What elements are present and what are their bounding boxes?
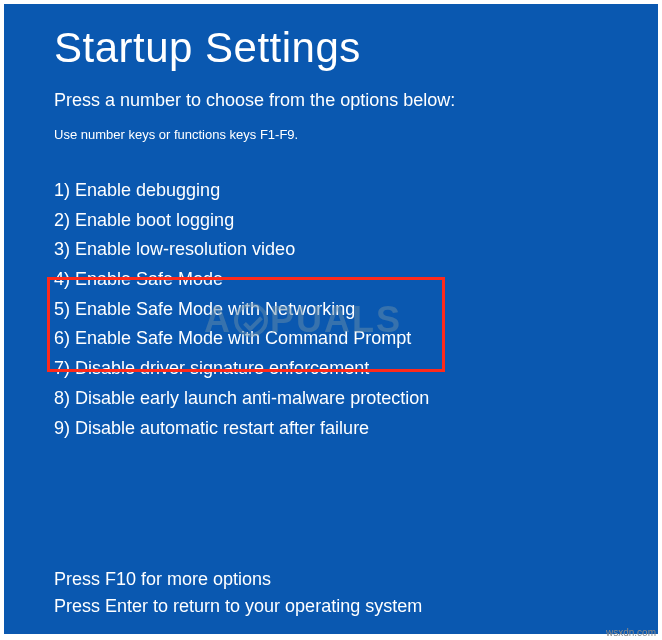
option-enable-debugging[interactable]: 1) Enable debugging [54,176,618,206]
key-hint: Use number keys or functions keys F1-F9. [54,127,618,142]
option-enable-boot-logging[interactable]: 2) Enable boot logging [54,206,618,236]
option-disable-anti-malware[interactable]: 8) Disable early launch anti-malware pro… [54,384,618,414]
option-disable-auto-restart[interactable]: 9) Disable automatic restart after failu… [54,414,618,444]
footer-instructions: Press F10 for more options Press Enter t… [54,566,422,620]
instruction-subtitle: Press a number to choose from the option… [54,90,618,111]
option-enable-safe-mode-networking[interactable]: 5) Enable Safe Mode with Networking [54,295,618,325]
footer-return: Press Enter to return to your operating … [54,593,422,620]
option-enable-safe-mode[interactable]: 4) Enable Safe Mode [54,265,618,295]
options-list: 1) Enable debugging 2) Enable boot loggi… [54,176,618,443]
page-title: Startup Settings [54,24,618,72]
footer-more-options: Press F10 for more options [54,566,422,593]
attribution-text: wsxdn.com [606,627,656,638]
option-disable-driver-signature[interactable]: 7) Disable driver signature enforcement [54,354,618,384]
startup-settings-screen: Startup Settings Press a number to choos… [4,4,658,634]
option-enable-low-resolution-video[interactable]: 3) Enable low-resolution video [54,235,618,265]
option-enable-safe-mode-command-prompt[interactable]: 6) Enable Safe Mode with Command Prompt [54,324,618,354]
